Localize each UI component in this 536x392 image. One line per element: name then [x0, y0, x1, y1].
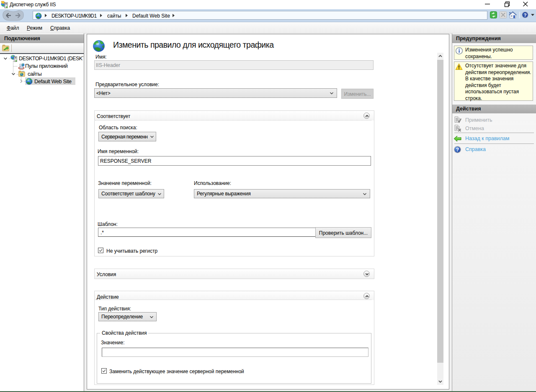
svg-text:?: ? — [523, 13, 526, 18]
svg-text:?: ? — [456, 147, 459, 153]
